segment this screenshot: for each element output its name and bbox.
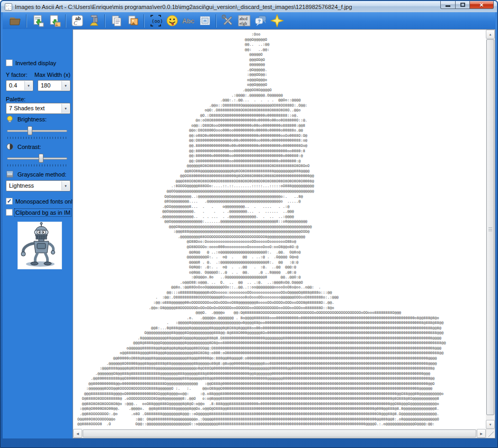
monospaced-label: Monospaced fonts only: [15, 198, 75, 205]
font-sample-button[interactable]: abcd efgh: [237, 14, 251, 28]
help-icon: ?: [254, 14, 268, 27]
svg-text:(oo): (oo): [152, 19, 163, 24]
copy-text-icon: [110, 14, 123, 27]
open-file-button[interactable]: [8, 14, 22, 28]
char-size-button[interactable]: [86, 14, 101, 28]
grayscale-select[interactable]: Lightness ▼: [6, 180, 70, 191]
effects-button[interactable]: [270, 14, 284, 28]
save-image-button[interactable]: [47, 14, 61, 28]
smiley-icon: [166, 14, 179, 27]
title-bar[interactable]: :·..:· Images to Ascii Art - C:\Users\En…: [1, 1, 497, 12]
brightness-slider[interactable]: [7, 126, 67, 136]
resize-grip-icon: [488, 432, 494, 437]
sparkle-icon: [270, 14, 284, 28]
inverted-display-checkbox[interactable]: [6, 59, 13, 66]
font-select-button[interactable]: ab C: [70, 14, 84, 28]
stamp-button[interactable]: [198, 14, 212, 28]
frame-oo-icon: (oo): [149, 14, 163, 28]
palette-label: Palette:: [6, 96, 25, 102]
chevron-down-icon: ▼: [64, 84, 67, 87]
copy-image-icon: [127, 14, 139, 27]
scroll-up-button[interactable]: ▲: [486, 30, 495, 39]
minimize-button[interactable]: [440, 1, 456, 9]
app-window: :·..:· Images to Ascii Art - C:\Users\En…: [0, 0, 498, 448]
abc-button[interactable]: Abc: [181, 14, 195, 28]
main-region: Inverted display Y factor: Max Width (x)…: [3, 29, 495, 438]
max-width-value: 180: [41, 82, 50, 89]
save-text-icon: [32, 14, 45, 27]
horizontal-scrollbar[interactable]: ◀ ▶: [73, 429, 486, 438]
content-panel: :Ooo @@@O@@@@@O @@.. ..:@@: [73, 29, 495, 438]
toolbar-separator: [65, 14, 66, 28]
vertical-scrollbar[interactable]: ▲ ▼: [486, 30, 495, 429]
contrast-slider[interactable]: [7, 153, 67, 164]
smiley-button[interactable]: [165, 14, 179, 28]
svg-text:abcd: abcd: [239, 16, 247, 21]
close-button[interactable]: ✕: [470, 1, 494, 9]
chevron-down-icon: ▼: [27, 84, 30, 87]
y-factor-value: 0.4: [9, 82, 17, 89]
settings-button[interactable]: [220, 14, 235, 28]
scroll-left-icon: ◀: [76, 432, 79, 435]
abc-outline-icon: Abc: [182, 14, 195, 27]
toolbar-separator: [104, 14, 105, 28]
maximize-button[interactable]: [456, 1, 470, 9]
window-title: Images to Ascii Art - C:\Users\Enrique\m…: [15, 4, 352, 10]
copy-image-button[interactable]: [126, 14, 140, 28]
save-text-button[interactable]: [31, 14, 45, 28]
contrast-icon: [6, 143, 14, 151]
toolbar-separator: [26, 14, 27, 28]
toolbar-separator: [144, 14, 145, 28]
font-sample-icon: abcd efgh: [237, 14, 251, 28]
help-button[interactable]: ?: [253, 14, 268, 28]
open-folder-icon: [9, 15, 22, 27]
contrast-thumb[interactable]: [39, 154, 43, 163]
contrast-ticks: [7, 164, 67, 166]
frame-chars-button[interactable]: (oo): [148, 14, 163, 28]
scroll-left-button[interactable]: ◀: [73, 429, 82, 438]
vertical-scroll-thumb[interactable]: [486, 39, 494, 415]
ascii-art-viewport[interactable]: :Ooo @@@O@@@@@O @@.. ..:@@: [73, 30, 486, 429]
brightness-ticks: [7, 137, 67, 139]
svg-text:C: C: [74, 20, 77, 26]
monospaced-checkbox[interactable]: ✓: [6, 198, 13, 205]
tools-icon: [221, 14, 235, 28]
contrast-track[interactable]: [7, 157, 67, 160]
svg-text:Abc: Abc: [182, 17, 194, 25]
maximize-icon: [460, 3, 465, 7]
grayscale-value: Lightness: [9, 182, 34, 189]
clipboard-bg-checkbox[interactable]: [6, 209, 13, 216]
close-icon: ✕: [479, 2, 484, 8]
grayscale-label: Grayscale method:: [17, 171, 66, 178]
palette-select[interactable]: 7 Shades text ▼: [6, 103, 70, 114]
scroll-down-icon: ▼: [489, 423, 492, 426]
brightness-thumb[interactable]: [28, 126, 32, 135]
caliper-size-icon: [87, 14, 100, 27]
inverted-display-label: Inverted display: [15, 60, 56, 66]
thumb-grip-icon: [488, 227, 492, 231]
brightness-label: Brightness:: [17, 116, 47, 122]
scroll-down-button[interactable]: ▼: [486, 420, 495, 429]
font-ab-icon: ab C: [71, 14, 84, 27]
scrollbar-corner[interactable]: [486, 429, 495, 438]
horizontal-scroll-thumb[interactable]: [83, 429, 476, 437]
scroll-right-button[interactable]: ▶: [477, 429, 486, 438]
toolbar-separator: [216, 14, 217, 28]
brightness-bulb-icon: [6, 115, 14, 123]
scroll-right-icon: ▶: [480, 432, 483, 435]
copy-text-button[interactable]: [109, 14, 123, 28]
contrast-label: Contrast:: [17, 144, 41, 150]
svg-text:?: ?: [257, 19, 261, 24]
stamp-icon: [199, 14, 211, 27]
svg-text:efgh: efgh: [239, 21, 247, 26]
ascii-art: :Ooo @@@O@@@@@O @@.. ..:@@: [77, 32, 446, 427]
sidebar: Inverted display Y factor: Max Width (x)…: [3, 29, 73, 438]
grayscale-icon: [6, 170, 14, 178]
toolbar: ab C: [3, 12, 495, 29]
y-factor-select[interactable]: 0.4 ▼: [6, 80, 33, 91]
preview-thumbnail[interactable]: [17, 222, 62, 269]
brightness-track[interactable]: [7, 130, 67, 132]
clipboard-bg-label: Clipboard bg as in IM: [15, 209, 70, 216]
chevron-down-icon: ▼: [64, 185, 67, 188]
max-width-select[interactable]: 180 ▼: [38, 80, 70, 91]
